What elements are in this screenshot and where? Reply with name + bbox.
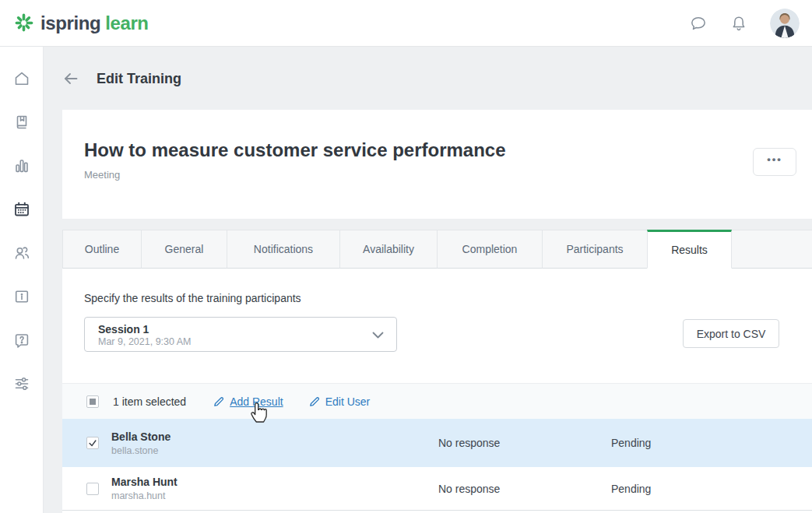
edit-user-link[interactable]: Edit User — [308, 395, 371, 408]
logo-text-ispring: ispring — [40, 12, 100, 33]
table-row[interactable]: Bella Stone bella.stone No response Pend… — [62, 419, 812, 467]
ispring-burst-icon — [13, 12, 34, 33]
session-datetime: Mar 9, 2021, 9:30 AM — [98, 336, 192, 347]
row-checkbox-unchecked[interactable] — [86, 483, 99, 495]
sidebar-item-reports[interactable] — [6, 150, 37, 181]
status-cell: Pending — [611, 483, 651, 495]
select-all-checkbox[interactable] — [86, 395, 99, 408]
app-frame: ispringlearn — [0, 0, 812, 513]
tab-participants[interactable]: Participants — [542, 230, 647, 269]
add-result-link[interactable]: Add Result — [213, 395, 283, 408]
tab-general[interactable]: General — [141, 230, 227, 269]
participant-username: marsha.hunt — [111, 490, 438, 501]
library-icon — [12, 113, 31, 132]
support-icon — [12, 331, 31, 350]
calendar-icon — [12, 200, 31, 219]
reports-icon — [12, 156, 31, 175]
tab-notifications[interactable]: Notifications — [227, 230, 339, 269]
sidebar-item-calendar[interactable] — [6, 194, 37, 225]
notifications-icon[interactable] — [729, 14, 748, 33]
tab-bar-filler — [732, 230, 812, 269]
participant-cell: Marsha Hunt marsha.hunt — [111, 476, 438, 501]
participant-name: Marsha Hunt — [111, 476, 438, 488]
page-header: Edit Training — [62, 70, 181, 87]
settings-icon — [12, 374, 31, 393]
sidebar-item-settings[interactable] — [6, 368, 37, 399]
more-options-button[interactable]: ••• — [753, 148, 796, 176]
export-to-csv-button[interactable]: Export to CSV — [683, 319, 779, 348]
sidebar-item-users[interactable] — [6, 237, 37, 269]
logo-text-learn: learn — [105, 12, 148, 33]
back-arrow-icon[interactable] — [62, 70, 79, 87]
participant-name: Bella Stone — [111, 430, 438, 443]
table-row[interactable]: Marsha Hunt marsha.hunt No response Pend… — [62, 467, 812, 511]
training-tabs: Outline General Notifications Availabili… — [62, 230, 812, 269]
status-cell: Pending — [611, 437, 651, 449]
training-card: How to measure customer service performa… — [62, 110, 812, 219]
messages-icon[interactable] — [689, 14, 708, 33]
sidebar-item-info[interactable] — [6, 281, 37, 312]
response-cell: No response — [438, 483, 611, 495]
tab-results[interactable]: Results — [647, 230, 732, 269]
pencil-icon — [308, 395, 321, 408]
training-title: How to measure customer service performa… — [84, 139, 506, 161]
ispring-learn-logo[interactable]: ispringlearn — [13, 12, 149, 33]
pencil-icon — [213, 395, 225, 408]
session-name: Session 1 — [98, 323, 149, 336]
response-cell: No response — [438, 437, 611, 449]
tab-outline[interactable]: Outline — [62, 230, 141, 269]
sidebar-item-home[interactable] — [6, 63, 37, 94]
add-result-label: Add Result — [230, 395, 283, 408]
topbar-actions — [689, 9, 800, 38]
topbar: ispringlearn — [0, 0, 812, 47]
sidebar — [0, 47, 44, 513]
tab-completion[interactable]: Completion — [437, 230, 542, 269]
participant-username: bella.stone — [111, 445, 438, 456]
results-panel: Specify the results of the training part… — [62, 269, 812, 513]
checkmark-icon — [88, 438, 97, 448]
home-icon — [12, 69, 31, 88]
indeterminate-mark — [90, 399, 96, 405]
info-icon — [12, 287, 31, 306]
chevron-down-icon — [372, 332, 384, 339]
training-type: Meeting — [84, 169, 120, 181]
selection-bar: 1 item selected Add Result Edit User — [62, 383, 812, 419]
user-avatar[interactable] — [770, 9, 800, 38]
row-checkbox-checked[interactable] — [86, 437, 99, 449]
session-dropdown[interactable]: Session 1 Mar 9, 2021, 9:30 AM — [84, 317, 397, 352]
sidebar-item-library[interactable] — [6, 107, 37, 138]
selected-count-label: 1 item selected — [113, 395, 186, 408]
tab-availability[interactable]: Availability — [339, 230, 437, 269]
users-icon — [12, 244, 31, 262]
sidebar-item-support[interactable] — [6, 325, 37, 356]
edit-user-label: Edit User — [325, 395, 371, 408]
results-instruction: Specify the results of the training part… — [84, 292, 301, 304]
page-title: Edit Training — [97, 71, 181, 87]
participant-cell: Bella Stone bella.stone — [111, 430, 438, 456]
logo-text: ispringlearn — [40, 14, 149, 33]
